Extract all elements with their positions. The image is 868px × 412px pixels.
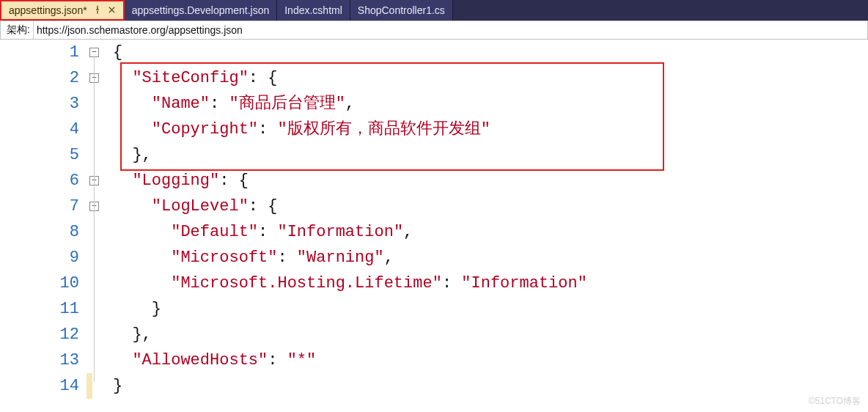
line-number: 3 <box>0 91 79 117</box>
json-key: "AllowedHosts" <box>132 351 268 369</box>
json-brace: } <box>132 325 141 344</box>
code-line[interactable]: "Default": "Information", <box>113 219 868 245</box>
tab-label: appsettings.json* <box>9 4 87 16</box>
tab-shopcontroller1-cs[interactable]: ShopController1.cs <box>350 0 453 21</box>
json-string: "商品后台管理" <box>229 95 345 113</box>
code-line[interactable]: "AllowedHosts": "*" <box>113 347 868 373</box>
code-line[interactable]: "Microsoft": "Warning", <box>113 245 868 271</box>
json-punc: : <box>258 223 277 241</box>
json-punc: , <box>384 249 394 267</box>
json-punc: , <box>142 325 152 344</box>
schema-label: 架构: <box>1 23 33 37</box>
line-number: 10 <box>0 271 79 296</box>
tab-label: Index.cshtml <box>284 4 342 16</box>
code-line[interactable]: }, <box>113 142 868 168</box>
watermark: ©51CTO博客 <box>809 395 861 408</box>
code-line[interactable]: } <box>113 296 868 322</box>
code-line[interactable]: "Logging": { <box>113 168 868 194</box>
line-number: 13 <box>0 347 79 373</box>
line-number: 12 <box>0 322 79 347</box>
code-line[interactable]: "Name": "商品后台管理", <box>113 91 868 117</box>
json-key: "Copyright" <box>152 120 258 139</box>
tab-appsettings-json[interactable]: appsettings.json* <box>0 0 125 21</box>
tab-appsettings-development-json[interactable]: appsettings.Development.json <box>125 0 278 21</box>
editor: 1234567891011121314 −−−− { "SiteConfig":… <box>0 40 868 412</box>
code-line[interactable]: "LogLevel": { <box>113 194 868 219</box>
json-punc: : <box>249 69 268 87</box>
line-number: 5 <box>0 142 79 168</box>
tab-index-cshtml[interactable]: Index.cshtml <box>277 0 350 21</box>
json-key: "Microsoft" <box>171 249 277 267</box>
json-punc: : <box>219 172 238 190</box>
json-punc: : <box>258 120 277 139</box>
json-brace: } <box>113 377 122 395</box>
json-key: "SiteConfig" <box>132 69 248 87</box>
line-number: 7 <box>0 194 79 219</box>
json-punc: : <box>277 249 296 267</box>
close-icon[interactable] <box>108 4 116 16</box>
json-string: "版权所有，商品软件开发组" <box>277 120 490 139</box>
json-punc: : <box>442 274 461 293</box>
json-key: "Default" <box>171 223 258 241</box>
json-key: "Microsoft.Hosting.Lifetime" <box>171 274 442 293</box>
json-key: "LogLevel" <box>152 197 249 216</box>
json-string: "*" <box>287 351 317 369</box>
code-line[interactable]: }, <box>113 322 868 347</box>
json-brace: { <box>113 43 122 62</box>
code-area[interactable]: { "SiteConfig": { "Name": "商品后台管理", "Cop… <box>113 40 868 412</box>
fold-gutter: −−−− <box>87 40 113 412</box>
code-line[interactable]: { <box>113 40 868 65</box>
code-line[interactable]: "Copyright": "版权所有，商品软件开发组" <box>113 117 868 142</box>
line-number: 8 <box>0 219 79 245</box>
line-number: 1 <box>0 40 79 65</box>
code-line[interactable]: "SiteConfig": { <box>113 65 868 91</box>
json-brace: } <box>132 146 141 164</box>
line-number: 9 <box>0 245 79 271</box>
pin-icon[interactable] <box>93 4 102 16</box>
tab-label: ShopController1.cs <box>358 4 445 16</box>
json-punc: : <box>210 95 229 113</box>
line-number: 6 <box>0 168 79 194</box>
code-line[interactable]: } <box>113 373 868 399</box>
tab-bar: appsettings.json* appsettings.Developmen… <box>0 0 868 21</box>
json-punc: , <box>403 223 413 241</box>
json-brace: { <box>268 69 277 87</box>
json-punc: , <box>345 95 355 113</box>
line-number: 11 <box>0 296 79 322</box>
json-key: "Logging" <box>132 172 219 190</box>
code-line[interactable]: "Microsoft.Hosting.Lifetime": "Informati… <box>113 271 868 296</box>
json-key: "Name" <box>152 95 210 113</box>
json-string: "Information" <box>277 223 403 241</box>
tab-label: appsettings.Development.json <box>132 4 270 16</box>
schema-url[interactable]: https://json.schemastore.org/appsettings… <box>33 21 867 39</box>
json-punc: , <box>142 146 152 164</box>
json-brace: { <box>268 197 277 216</box>
json-brace: } <box>152 300 161 318</box>
line-number: 4 <box>0 117 79 142</box>
line-number-gutter: 1234567891011121314 <box>0 40 87 412</box>
schema-bar: 架构: https://json.schemastore.org/appsett… <box>0 21 868 40</box>
caret-line-marker <box>87 373 92 399</box>
json-punc: : <box>249 197 268 216</box>
line-number: 14 <box>0 373 79 399</box>
json-string: "Warning" <box>297 249 384 267</box>
json-punc: : <box>268 351 287 369</box>
json-string: "Information" <box>461 274 587 293</box>
line-number: 2 <box>0 65 79 91</box>
json-brace: { <box>239 172 249 190</box>
